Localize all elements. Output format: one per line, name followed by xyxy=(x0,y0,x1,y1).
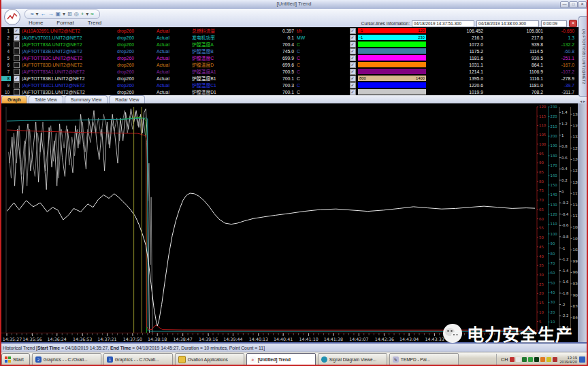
y-tick-label-power: 20 xyxy=(551,310,555,314)
table-row[interactable]: 10(A)FTOTT83D1.UNIT2@NET2drop260Actual炉膛… xyxy=(0,88,588,95)
scale-color-bar[interactable] xyxy=(358,89,426,95)
visibility-checkbox[interactable]: ✓ xyxy=(14,76,20,82)
tab-radar-view[interactable]: Radar View xyxy=(109,95,145,103)
cursor2-time-field[interactable]: 04/18/2019 14:38:00.300 xyxy=(476,20,539,27)
table-row[interactable]: 6(A)FTOTT83D.UNIT2@NET2drop260Actual炉膛温度… xyxy=(0,61,588,68)
scale-color-bar[interactable] xyxy=(358,48,426,54)
tab-table-view[interactable]: Table View xyxy=(29,95,63,103)
x-tick-label: 14:39:44 xyxy=(223,337,242,342)
trend-chart-svg[interactable]: 14:35:2714:35:5614:36:2414:36:5314:37:21… xyxy=(0,103,588,342)
drop-name: drop260 xyxy=(117,56,157,61)
watermark-text: 电力安全生产 xyxy=(467,321,573,346)
table-row[interactable]: 1✓(A)10A02691.UNIT2@NET2drop260Actual总燃料… xyxy=(0,27,588,34)
zoom-icon[interactable]: ◎ xyxy=(74,11,79,18)
scale-color-bar[interactable] xyxy=(358,69,426,74)
tag-description: 炉膛温度A xyxy=(192,41,260,48)
menu-item-trend[interactable]: Trend xyxy=(82,19,108,27)
row-checkbox-cell xyxy=(11,82,22,88)
unit-label: C xyxy=(294,76,320,81)
menu-item-home[interactable]: Home xyxy=(23,19,48,27)
tab-summary-view[interactable]: Summary View xyxy=(65,95,108,103)
app-logo-icon[interactable] xyxy=(4,9,20,25)
menu-item-format[interactable]: Format xyxy=(51,19,79,27)
tray-icon[interactable] xyxy=(516,357,521,362)
scale-checkbox[interactable]: ✓ xyxy=(350,35,356,41)
tray-icon[interactable] xyxy=(528,357,533,362)
scale-checkbox[interactable]: ✓ xyxy=(350,62,356,68)
y-tick-label-power: 100 xyxy=(551,232,558,236)
x-tick-label: 14:38:47 xyxy=(174,337,193,342)
y-tick-label-press: -0.6 xyxy=(561,223,569,227)
scale-checkbox[interactable]: ✓ xyxy=(350,82,356,88)
y-tick-label-power: 190 xyxy=(551,144,558,148)
scale-checkbox[interactable]: ✓ xyxy=(350,41,356,48)
tray-icon[interactable] xyxy=(553,357,557,362)
cursor1-value: 1181.6 xyxy=(426,56,483,61)
minimize-button[interactable]: — xyxy=(560,1,569,8)
current-value: 700.4 xyxy=(260,42,294,47)
scale-color-bar[interactable]: -1120 xyxy=(358,28,426,33)
trend-chart-icon[interactable]: ≈ xyxy=(31,11,33,18)
current-value: 745.0 xyxy=(260,49,294,54)
table-row[interactable]: 8✓(A)FTOTT83B1.UNIT2@NET2drop260Actual炉膛… xyxy=(0,75,588,82)
language-indicator[interactable]: CH xyxy=(501,357,508,362)
visibility-checkbox[interactable] xyxy=(14,82,20,88)
visibility-checkbox[interactable]: ✓ xyxy=(14,28,20,34)
scale-checkbox[interactable]: ✓ xyxy=(350,48,356,54)
y-tick-label-power: 210 xyxy=(551,124,558,129)
dropdown-caret-icon[interactable]: ▾ xyxy=(63,11,65,18)
cursor1-value: 1214.1 xyxy=(426,69,483,74)
visibility-checkbox[interactable] xyxy=(14,48,20,54)
add-icon[interactable]: + xyxy=(81,11,84,18)
scale-color-bar[interactable] xyxy=(358,82,426,88)
table-row[interactable]: 7(A)FTOTT83A1.UNIT2@NET2drop260Actual炉膛温… xyxy=(0,68,588,75)
y-tick-label-press: -1.2 xyxy=(561,257,569,261)
table-row[interactable]: 2✓(A)GEV3T001.UNIT2@NET2drop260Actual发电机… xyxy=(0,34,588,41)
sparkline-icon[interactable]: ≈ xyxy=(91,11,93,18)
scale-checkbox[interactable]: ✓ xyxy=(350,55,356,61)
dropdown-caret-icon[interactable]: ▾ xyxy=(35,11,38,18)
visibility-checkbox[interactable] xyxy=(14,55,20,61)
visibility-checkbox[interactable] xyxy=(14,89,20,95)
scale-color-bar[interactable] xyxy=(358,62,426,67)
table-row[interactable]: 9(A)FTOTT83C1.UNIT2@NET2drop260Actual炉膛温… xyxy=(0,82,588,88)
close-button[interactable]: ✕ xyxy=(578,1,587,8)
cursor-info-close-icon[interactable]: ✕ xyxy=(569,20,577,27)
network-tray-icon[interactable] xyxy=(579,356,585,363)
scale-checkbox[interactable]: ✓ xyxy=(350,69,356,75)
visibility-checkbox[interactable] xyxy=(14,41,20,48)
cursor-delta-field[interactable]: 0:00:09 xyxy=(541,20,567,27)
back-icon[interactable]: ← xyxy=(40,11,46,18)
scale-color-bar[interactable]: 8001400 xyxy=(358,76,426,81)
x-tick-label: 14:40:13 xyxy=(249,337,268,342)
visibility-checkbox[interactable] xyxy=(14,69,20,75)
maximize-button[interactable]: □ xyxy=(569,1,578,8)
table-row[interactable]: 3(A)FTOTT83A.UNIT2@NET2drop260Actual炉膛温度… xyxy=(0,41,588,48)
drop-name: drop260 xyxy=(117,29,157,33)
table-row[interactable]: 4(A)FTOTT83B.UNIT2@NET2drop260Actual炉膛温度… xyxy=(0,48,588,54)
trend-graph[interactable]: 14:35:2714:35:5614:36:2414:36:5314:37:21… xyxy=(0,103,588,342)
table-row[interactable]: 5(A)FTOTT83C.UNIT2@NET2drop260Actual炉膛温度… xyxy=(0,54,588,61)
tray-icon[interactable] xyxy=(522,357,527,362)
visibility-checkbox[interactable] xyxy=(14,62,20,68)
tray-icon[interactable] xyxy=(510,357,514,362)
cursor1-time-field[interactable]: 04/18/2019 14:37:51.300 xyxy=(412,20,474,27)
visibility-checkbox[interactable]: ✓ xyxy=(14,35,20,41)
scale-color-bar[interactable] xyxy=(358,41,426,47)
x-tick-label: 14:37:21 xyxy=(97,337,116,342)
scale-color-bar[interactable] xyxy=(358,55,426,61)
scale-checkbox[interactable]: ✓ xyxy=(350,89,356,95)
grid-icon[interactable]: ⊞ xyxy=(67,11,72,18)
tray-icon[interactable] xyxy=(534,357,539,362)
scale-color-bar[interactable]: -1230 xyxy=(358,35,426,40)
drop-name: drop260 xyxy=(117,63,157,67)
dropdown-caret-icon[interactable]: ▾ xyxy=(86,11,88,18)
scale-checkbox[interactable]: ✓ xyxy=(350,28,356,34)
current-value: 700.1 xyxy=(260,76,294,81)
tray-icon[interactable] xyxy=(546,357,551,362)
export-image-icon[interactable]: ▣ xyxy=(55,11,61,18)
forward-icon[interactable]: → xyxy=(48,11,53,18)
scale-checkbox[interactable]: ✓ xyxy=(350,76,356,82)
tray-icon[interactable] xyxy=(540,357,545,362)
tab-graph[interactable]: Graph xyxy=(1,95,27,103)
